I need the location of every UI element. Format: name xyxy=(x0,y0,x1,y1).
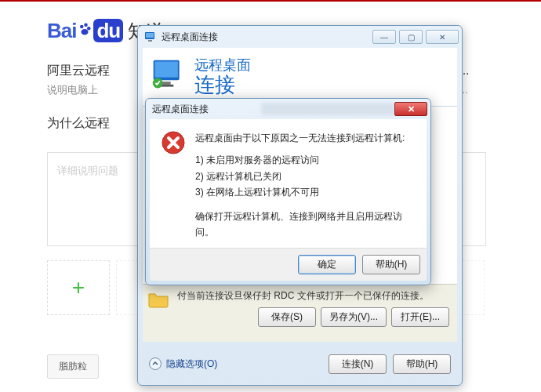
error-reason-3: 3) 在网络上远程计算机不可用 xyxy=(195,184,416,200)
close-button[interactable]: ✕ xyxy=(426,30,459,44)
error-dialog-title: 远程桌面连接 xyxy=(152,103,258,116)
blurred-region xyxy=(261,103,394,115)
question-2-title: 为什么远程 xyxy=(47,115,110,132)
error-advice-text: 确保打开远程计算机、连接到网络并且启用远程访问。 xyxy=(195,209,416,241)
error-reason-2: 2) 远程计算机已关闭 xyxy=(195,169,416,184)
rdp-header-line2: 连接 xyxy=(194,74,251,95)
open-button[interactable]: 打开(E)... xyxy=(391,307,449,327)
rdp-window-title: 远程桌面连接 xyxy=(162,31,372,44)
svg-rect-6 xyxy=(148,40,152,42)
footer-help-button[interactable]: 帮助(H) xyxy=(393,354,451,374)
maximize-button[interactable]: ▢ xyxy=(399,30,423,44)
close-icon: ✕ xyxy=(408,104,415,114)
add-image-button[interactable]: + xyxy=(47,260,110,315)
error-reason-1: 1) 未启用对服务器的远程访问 xyxy=(195,152,416,168)
ok-button[interactable]: 确定 xyxy=(298,255,356,274)
svg-rect-9 xyxy=(162,82,171,85)
collapse-options-icon[interactable] xyxy=(149,358,162,370)
svg-rect-5 xyxy=(146,33,154,38)
error-body: 远程桌面由于以下原因之一无法连接到远程计算机: 1) 未启用对服务器的远程访问 … xyxy=(150,119,427,248)
svg-point-3 xyxy=(82,29,89,35)
error-header-text: 远程桌面由于以下原因之一无法连接到远程计算机: xyxy=(195,130,416,146)
connect-button[interactable]: 连接(N) xyxy=(329,354,387,374)
error-help-button[interactable]: 帮助(H) xyxy=(362,255,420,274)
save-button[interactable]: 保存(S) xyxy=(258,307,316,327)
svg-point-2 xyxy=(87,27,91,31)
error-titlebar[interactable]: 远程桌面连接 ✕ xyxy=(146,99,430,119)
question-1-subtitle: 说明电脑上 xyxy=(47,83,98,97)
error-button-row: 确定 帮助(H) xyxy=(150,248,427,281)
rdp-monitor-icon xyxy=(151,57,185,94)
rdp-header-line1: 远程桌面 xyxy=(194,56,251,74)
question-1-title: 阿里云远程 xyxy=(47,63,110,79)
svg-point-0 xyxy=(80,25,84,29)
rdp-footer: 隐藏选项(O) 连接(N) 帮助(H) xyxy=(143,347,457,381)
logo-bai: Bai xyxy=(47,19,76,42)
error-dialog: 远程桌面连接 ✕ 远程桌面由于以下原因之一无法连接到远程计算机: 1) 未启用对… xyxy=(145,98,431,285)
hide-options-link[interactable]: 隐藏选项(O) xyxy=(166,358,329,371)
error-close-button[interactable]: ✕ xyxy=(394,102,427,116)
plus-icon: + xyxy=(72,275,85,300)
minimize-button[interactable]: ― xyxy=(372,30,396,44)
saved-hint-text: 付当前连接设旦保仔封 RDC 文件或打开一个已保仔的连接。 xyxy=(177,289,449,303)
paw-icon xyxy=(78,22,92,40)
svg-rect-8 xyxy=(155,61,178,77)
logo-du: du xyxy=(93,19,123,42)
rdp-app-icon xyxy=(144,31,157,43)
folder-icon xyxy=(147,289,169,310)
tag-chip[interactable]: 脂肪粒 xyxy=(47,354,99,379)
rdp-titlebar[interactable]: 远程桌面连接 ― ▢ ✕ xyxy=(138,26,462,48)
save-as-button[interactable]: 另存为(V)... xyxy=(321,307,387,327)
svg-point-1 xyxy=(85,24,89,27)
saved-connections-strip: 付当前连接设旦保仔封 RDC 文件或打开一个已保仔的连接。 保存(S) 另存为(… xyxy=(143,284,457,342)
error-icon xyxy=(161,130,186,155)
